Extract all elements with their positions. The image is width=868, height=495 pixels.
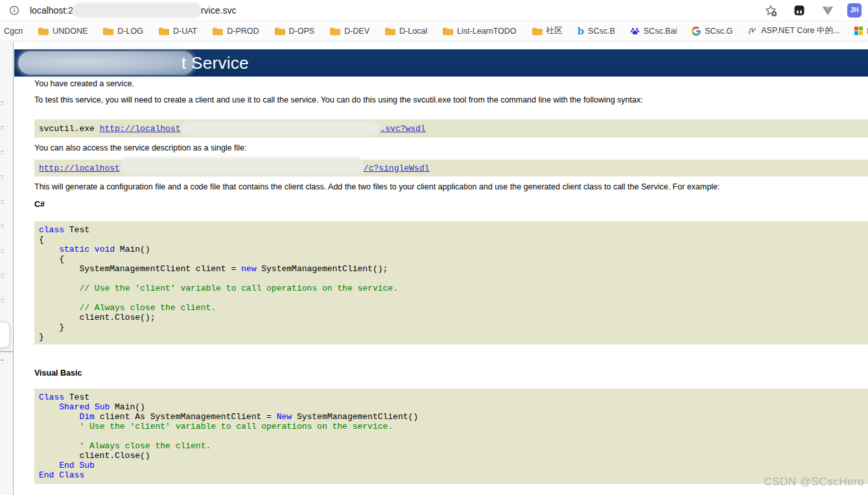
- service-title-band: t Service: [14, 49, 868, 77]
- bookmark-item-asp-net-core-中的-[interactable]: ASP.NET Core 中的...: [747, 25, 839, 36]
- bookmark-label: D-LOG: [117, 27, 143, 36]
- code-line: client.Close(): [39, 451, 868, 461]
- browser-viewport: t Service You have created a service. To…: [0, 42, 868, 495]
- singlewsdl-link-host[interactable]: http://localhost: [39, 163, 120, 173]
- bookmarks-bar[interactable]: CgcnUNDONED-LOGD-UATD-PRODD-OPSD-DEVD-Lo…: [0, 21, 868, 42]
- sidebar-tick-mark: [1, 128, 4, 130]
- bookmark-label: D-OPS: [289, 27, 315, 36]
- code-line: {: [39, 254, 868, 264]
- sidebar-tick-mark: [1, 126, 4, 127]
- url-text[interactable]: localhost:2rvice.svc: [30, 4, 236, 17]
- sidebar-tick-mark: [1, 101, 4, 103]
- bookmark-item-scsc-g[interactable]: SCsc.G: [692, 27, 733, 36]
- bookmark-item-d-local[interactable]: D-Local: [384, 27, 427, 36]
- bookmark-item-d-uat[interactable]: D-UAT: [158, 27, 197, 36]
- code-line: [39, 274, 868, 284]
- wsdl-url-redaction: [183, 123, 377, 134]
- folder-icon: [329, 27, 340, 36]
- bookmark-label: SCsc.B: [588, 27, 615, 36]
- sidebar-tick-mark: [1, 178, 4, 179]
- code-line: [39, 431, 868, 441]
- code-line: // Use the 'client' variable to call ope…: [39, 284, 868, 293]
- folder-icon: [384, 27, 395, 36]
- url-prefix: localhost:2: [30, 5, 73, 16]
- sidebar-tick-mark: [1, 249, 4, 250]
- bookmark-label: 社区: [546, 25, 563, 36]
- sidebar-tick-mark: [1, 227, 4, 228]
- bookmark-label: D-PROD: [227, 27, 259, 36]
- folder-icon: [442, 27, 453, 36]
- bookmark-item-d-log[interactable]: D-LOG: [102, 27, 143, 36]
- wsdl-link-suffix[interactable]: .svc?wsdl: [380, 124, 425, 134]
- title-redaction: [18, 51, 194, 75]
- single-wsdl-box: http://localhost/c?singleWsdl: [34, 160, 868, 176]
- folder-icon: [274, 27, 285, 36]
- csharp-code-sample: class Test{ static void Main() { SystemM…: [34, 221, 868, 344]
- test-instructions-text: To test this service, you will need to c…: [34, 95, 862, 104]
- folder-icon: [532, 27, 543, 36]
- csharp-heading: C#: [34, 200, 45, 209]
- bookmark-item-d-ops[interactable]: D-OPS: [274, 27, 315, 36]
- bookmark-star-add-icon[interactable]: [763, 3, 779, 18]
- folder-icon: [102, 27, 113, 36]
- code-line: static void Main(): [39, 245, 868, 254]
- bookmark-label: Cgcn: [4, 27, 23, 36]
- url-redaction: [74, 4, 200, 17]
- collapsed-sidebar-strip[interactable]: [0, 42, 14, 495]
- code-line: SystemManagementClient client = new Syst…: [39, 264, 868, 274]
- page-info-icon[interactable]: [6, 3, 22, 18]
- bookmark-item-undone[interactable]: UNDONE: [38, 27, 88, 36]
- sidebar-tick-mark: [1, 200, 4, 201]
- bookmark-item-d-dev[interactable]: D-DEV: [329, 27, 369, 36]
- sidebar-tick-mark: [1, 104, 4, 105]
- bookmark-label: SCsc.G: [705, 27, 733, 36]
- address-bar[interactable]: localhost:2rvice.svc JH: [0, 0, 868, 21]
- service-help-page: t Service You have created a service. To…: [14, 42, 868, 495]
- bookmark-item-cgcn[interactable]: Cgcn: [4, 27, 23, 36]
- bookmark-item-d-prod[interactable]: D-PROD: [212, 27, 259, 36]
- wsdl-link-host[interactable]: http://localhost: [100, 124, 181, 134]
- bookmark-label: D-Local: [399, 27, 427, 36]
- sidebar-tick-mark: [1, 153, 4, 154]
- code-line: ' Use the 'client' variable to call oper…: [39, 422, 868, 431]
- vb-code-sample: Class Test Shared Sub Main() Dim client …: [34, 389, 868, 484]
- sidebar-tick-mark: [1, 301, 4, 302]
- profile-avatar[interactable]: JH: [847, 3, 862, 18]
- bookmark-label: List-LearnTODO: [457, 27, 516, 36]
- singlewsdl-url-redaction: [123, 159, 361, 173]
- sidebar-teal-marker: [1, 359, 4, 361]
- singlewsdl-link-suffix[interactable]: /c?singleWsdl: [364, 163, 429, 173]
- sidebar-tick-mark: [1, 224, 4, 226]
- sidebar-tick-mark: [1, 151, 4, 152]
- bookmark-label: ASP.NET Core 中的...: [761, 25, 839, 36]
- google-g-icon: [692, 27, 701, 36]
- svcutil-command-box: svcutil.exe http://localhost.svc?wsdl: [34, 119, 868, 138]
- code-line: ' Always close the client.: [39, 441, 868, 451]
- pen-signature-icon: [747, 26, 757, 36]
- bookmark-item-httpruntime-class-[interactable]: HttpRuntime Class (...: [854, 27, 868, 36]
- code-line: class Test: [39, 225, 868, 235]
- sidebar-handle[interactable]: [0, 322, 10, 348]
- sidebar-tick-mark: [1, 298, 4, 300]
- svcutil-prefix: svcutil.exe: [39, 124, 100, 134]
- code-line: [39, 293, 868, 303]
- sidebar-tick-mark: [1, 274, 4, 275]
- url-suffix: rvice.svc: [201, 5, 236, 16]
- folder-icon: [212, 27, 223, 36]
- sidebar-tick-mark: [1, 252, 4, 253]
- code-line: Shared Sub Main(): [39, 402, 868, 412]
- bookmark-item-scsc-bai[interactable]: SCsc.Bai: [630, 26, 677, 36]
- bookmark-item-list-learntodo[interactable]: List-LearnTODO: [442, 27, 516, 36]
- bookmark-label: SCsc.Bai: [644, 27, 677, 36]
- folder-icon: [158, 27, 169, 36]
- code-line: Dim client As SystemManagementClient = N…: [39, 412, 868, 422]
- csdn-watermark: CSDN @SCscHero: [764, 476, 864, 489]
- page-title: t Service: [182, 53, 249, 73]
- v-extension-icon[interactable]: [820, 3, 836, 18]
- bookmark-label: D-UAT: [173, 27, 197, 36]
- extension-mask-icon[interactable]: [792, 3, 807, 18]
- code-line: Class Test: [39, 392, 868, 402]
- code-line: }: [39, 322, 868, 332]
- bookmark-item-scsc-b[interactable]: bSCsc.B: [578, 25, 615, 37]
- bookmark-item-社区[interactable]: 社区: [532, 25, 563, 36]
